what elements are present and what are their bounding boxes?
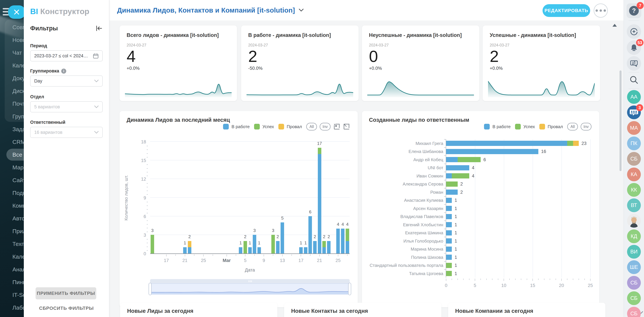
sidebar-item-16[interactable]: Авто bbox=[12, 215, 24, 222]
slider-handle-right[interactable] bbox=[348, 283, 351, 295]
bar-segment-work[interactable] bbox=[446, 214, 452, 219]
bar-segment-work[interactable] bbox=[446, 206, 452, 211]
box-deselect-zoom-icon[interactable] bbox=[343, 123, 350, 130]
bar-segment-work[interactable] bbox=[446, 190, 458, 195]
scrollbar-thumb[interactable] bbox=[620, 70, 622, 171]
bar-segment-work[interactable] bbox=[446, 230, 452, 236]
bar-segment-work[interactable] bbox=[336, 228, 340, 254]
sidebar-item-23[interactable]: Лабо bbox=[12, 304, 24, 311]
bar-segment-work[interactable] bbox=[304, 247, 308, 254]
collapse-panel-icon[interactable] bbox=[96, 25, 102, 31]
responsible-select[interactable]: 16 вариантов bbox=[30, 127, 103, 138]
rail-avatar-8[interactable]: ВТ bbox=[627, 198, 641, 212]
sidebar-item-7[interactable]: Почт bbox=[12, 100, 24, 107]
slider-handle-left[interactable] bbox=[148, 283, 152, 295]
rail-avatar-11[interactable]: ВИ bbox=[627, 245, 641, 259]
date-range-slider[interactable] bbox=[150, 279, 350, 294]
copilot-button[interactable] bbox=[627, 24, 641, 39]
bar-segment-work[interactable] bbox=[446, 254, 452, 260]
sidebar-item-8[interactable]: Груп bbox=[12, 113, 24, 120]
sidebar-item-17[interactable]: Прил bbox=[12, 228, 24, 234]
sidebar-item-13[interactable]: Сайт bbox=[12, 177, 24, 184]
edit-button[interactable]: РЕДАКТИРОВАТЬ bbox=[542, 4, 590, 17]
rail-avatar-7[interactable]: КК bbox=[627, 183, 641, 197]
bar-segment-success[interactable] bbox=[446, 263, 452, 268]
chat-button[interactable] bbox=[627, 56, 641, 70]
bar-segment-success[interactable] bbox=[318, 148, 321, 154]
legend-label-2[interactable]: Успех bbox=[524, 124, 535, 129]
period-input[interactable]: 2023-03-27 ≤ col < 2024… bbox=[30, 50, 103, 62]
sidebar-item-1[interactable]: Совм bbox=[12, 24, 24, 30]
sidebar-item-2[interactable]: Ново bbox=[12, 37, 24, 43]
dashboard-title-dropdown[interactable]: Динамика Лидов, Контактов и Компаний [it… bbox=[117, 0, 304, 20]
bar-segment-work[interactable] bbox=[183, 247, 187, 254]
sidebar-item-11[interactable]: Все с bbox=[6, 149, 24, 161]
bar-segment-work[interactable] bbox=[446, 198, 452, 203]
sidebar-item-5[interactable]: Доку bbox=[12, 75, 24, 82]
legend-label-1[interactable]: В работе bbox=[492, 124, 510, 129]
sidebar-item-15[interactable]: Комп bbox=[12, 202, 24, 209]
sidebar-item-4[interactable]: Кале bbox=[12, 62, 24, 69]
bar-segment-work[interactable] bbox=[341, 228, 344, 254]
sidebar-item-10[interactable]: CRM bbox=[12, 139, 24, 145]
grouping-select[interactable]: Day bbox=[30, 76, 103, 86]
bar-segment-fail[interactable] bbox=[573, 141, 579, 146]
bar-segment-work[interactable] bbox=[276, 241, 280, 254]
legend-label-3[interactable]: Провал bbox=[548, 124, 563, 129]
bar-segment-success[interactable] bbox=[567, 141, 573, 146]
help-button[interactable]: ?7 bbox=[626, 3, 641, 18]
bar-segment-success[interactable] bbox=[322, 241, 326, 247]
legend-swatch-2[interactable] bbox=[254, 124, 260, 130]
legend-label-3[interactable]: Провал bbox=[287, 124, 302, 129]
box-select-zoom-icon[interactable] bbox=[333, 123, 340, 130]
legend-swatch-2[interactable] bbox=[515, 124, 521, 130]
bar-segment-work[interactable] bbox=[258, 247, 261, 254]
apply-filters-button[interactable]: ПРИМЕНИТЬ ФИЛЬТРЫ bbox=[36, 287, 96, 300]
sidebar-item-6[interactable]: Диск bbox=[12, 88, 24, 94]
legend-inv-button[interactable]: Inv bbox=[580, 123, 592, 130]
close-sidebar-button[interactable] bbox=[8, 5, 24, 19]
bar-segment-work[interactable] bbox=[446, 165, 469, 170]
bar-segment-success[interactable] bbox=[446, 182, 458, 187]
department-select[interactable]: 5 вариантов bbox=[30, 101, 103, 112]
bar-segment-work[interactable] bbox=[446, 141, 567, 146]
legend-all-button[interactable]: All bbox=[306, 123, 317, 130]
rail-avatar-5[interactable]: СБ bbox=[627, 152, 641, 166]
notifications-button[interactable]: 53 bbox=[627, 40, 641, 55]
rail-avatar-6[interactable]: КА bbox=[627, 168, 641, 181]
sidebar-item-18[interactable]: Техп bbox=[12, 241, 24, 247]
bar-segment-success[interactable] bbox=[458, 157, 481, 162]
bar-segment-work[interactable] bbox=[248, 247, 252, 254]
sidebar-item-20[interactable]: Анал bbox=[12, 266, 24, 273]
sidebar-item-22[interactable]: IT-So bbox=[12, 292, 24, 298]
bar-segment-fail[interactable] bbox=[188, 241, 191, 247]
bar-segment-success[interactable] bbox=[150, 235, 154, 254]
more-options-button[interactable] bbox=[594, 4, 608, 18]
bar-segment-work[interactable] bbox=[346, 241, 349, 254]
slider-grip-bar[interactable] bbox=[150, 279, 350, 284]
bar-segment-work[interactable] bbox=[280, 222, 284, 254]
bar-segment-work[interactable] bbox=[446, 149, 538, 154]
sidebar-item-3[interactable]: Чат и bbox=[12, 50, 24, 56]
bar-segment-work[interactable] bbox=[327, 241, 330, 254]
bar-segment-work[interactable] bbox=[188, 247, 191, 254]
legend-swatch-1[interactable] bbox=[223, 124, 229, 130]
rail-avatar-3[interactable]: MA bbox=[627, 121, 641, 135]
bar-segment-work[interactable] bbox=[446, 246, 452, 252]
bar-segment-success[interactable] bbox=[346, 228, 349, 241]
rail-avatar-1[interactable]: AA bbox=[627, 90, 641, 104]
info-icon[interactable]: i bbox=[61, 68, 66, 74]
legend-label-1[interactable]: В работе bbox=[232, 124, 250, 129]
bar-segment-work[interactable] bbox=[322, 247, 326, 254]
bar-segment-work[interactable] bbox=[313, 241, 317, 254]
rail-avatar-10[interactable]: КД bbox=[627, 230, 641, 243]
bar-segment-work[interactable] bbox=[446, 173, 452, 178]
rail-avatar-2[interactable]: 3 bbox=[627, 106, 641, 119]
legend-swatch-3[interactable] bbox=[539, 124, 545, 130]
legend-inv-button[interactable]: Inv bbox=[320, 123, 330, 130]
legend-swatch-1[interactable] bbox=[484, 124, 490, 130]
rail-avatar-9[interactable] bbox=[627, 214, 641, 228]
bar-segment-work[interactable] bbox=[239, 247, 242, 254]
rail-avatar-14[interactable]: СБ bbox=[627, 291, 641, 305]
legend-all-button[interactable]: All bbox=[567, 123, 578, 130]
